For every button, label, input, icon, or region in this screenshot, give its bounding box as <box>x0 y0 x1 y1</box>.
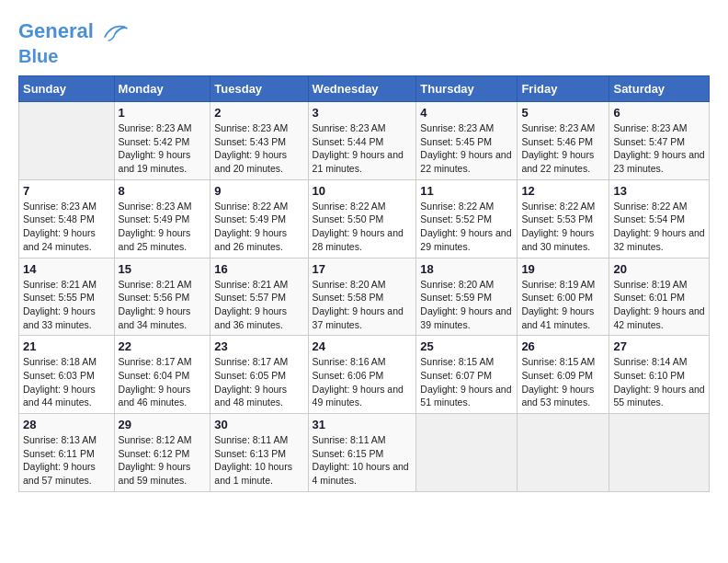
day-info: Sunrise: 8:15 AM Sunset: 6:09 PM Dayligh… <box>521 355 605 409</box>
calendar-cell: 12 Sunrise: 8:22 AM Sunset: 5:53 PM Dayl… <box>518 179 609 258</box>
logo-text: General <box>18 18 129 46</box>
day-info: Sunrise: 8:11 AM Sunset: 6:13 PM Dayligh… <box>214 433 303 488</box>
day-number: 15 <box>119 262 207 276</box>
calendar-week-row: 7 Sunrise: 8:23 AM Sunset: 5:48 PM Dayli… <box>19 179 710 258</box>
day-info: Sunrise: 8:20 AM Sunset: 5:59 PM Dayligh… <box>420 278 513 332</box>
page-header: General Blue <box>18 18 710 66</box>
weekday-header: Saturday <box>609 76 710 102</box>
calendar-cell: 14 Sunrise: 8:21 AM Sunset: 5:55 PM Dayl… <box>19 258 115 336</box>
calendar-cell: 6 Sunrise: 8:23 AM Sunset: 5:47 PM Dayli… <box>609 102 710 180</box>
day-info: Sunrise: 8:11 AM Sunset: 6:15 PM Dayligh… <box>313 433 413 488</box>
day-number: 28 <box>23 418 110 431</box>
weekday-header: Tuesday <box>210 76 308 102</box>
calendar-cell: 10 Sunrise: 8:22 AM Sunset: 5:50 PM Dayl… <box>308 179 416 258</box>
day-number: 12 <box>521 184 605 198</box>
day-info: Sunrise: 8:22 AM Sunset: 5:52 PM Dayligh… <box>420 200 513 254</box>
calendar-cell: 3 Sunrise: 8:23 AM Sunset: 5:44 PM Dayli… <box>308 102 416 180</box>
day-info: Sunrise: 8:14 AM Sunset: 6:10 PM Dayligh… <box>613 355 705 409</box>
day-info: Sunrise: 8:19 AM Sunset: 6:00 PM Dayligh… <box>521 278 605 332</box>
day-info: Sunrise: 8:21 AM Sunset: 5:55 PM Dayligh… <box>23 278 110 332</box>
day-number: 6 <box>613 106 705 120</box>
calendar-cell: 1 Sunrise: 8:23 AM Sunset: 5:42 PM Dayli… <box>114 102 210 180</box>
calendar-week-row: 28 Sunrise: 8:13 AM Sunset: 6:11 PM Dayl… <box>19 414 710 492</box>
logo: General Blue <box>18 18 129 66</box>
day-number: 13 <box>613 184 705 198</box>
day-number: 16 <box>214 262 303 276</box>
day-info: Sunrise: 8:15 AM Sunset: 6:07 PM Dayligh… <box>420 355 513 409</box>
calendar-week-row: 1 Sunrise: 8:23 AM Sunset: 5:42 PM Dayli… <box>19 102 710 180</box>
day-info: Sunrise: 8:23 AM Sunset: 5:44 PM Dayligh… <box>313 121 413 176</box>
calendar-cell <box>609 414 710 492</box>
day-info: Sunrise: 8:23 AM Sunset: 5:46 PM Dayligh… <box>521 121 605 176</box>
day-number: 3 <box>313 106 413 120</box>
day-number: 1 <box>119 106 207 120</box>
calendar-cell <box>518 414 609 492</box>
logo-blue-text: Blue <box>18 46 129 66</box>
calendar-cell: 30 Sunrise: 8:11 AM Sunset: 6:13 PM Dayl… <box>210 414 308 492</box>
calendar-cell: 4 Sunrise: 8:23 AM Sunset: 5:45 PM Dayli… <box>416 102 518 180</box>
calendar-cell: 9 Sunrise: 8:22 AM Sunset: 5:49 PM Dayli… <box>210 179 308 258</box>
day-number: 31 <box>313 418 413 431</box>
calendar-cell: 28 Sunrise: 8:13 AM Sunset: 6:11 PM Dayl… <box>19 414 115 492</box>
day-info: Sunrise: 8:22 AM Sunset: 5:53 PM Dayligh… <box>521 200 605 254</box>
calendar-cell: 26 Sunrise: 8:15 AM Sunset: 6:09 PM Dayl… <box>518 336 609 414</box>
day-info: Sunrise: 8:23 AM Sunset: 5:47 PM Dayligh… <box>613 121 705 176</box>
calendar-cell: 24 Sunrise: 8:16 AM Sunset: 6:06 PM Dayl… <box>308 336 416 414</box>
calendar-cell: 2 Sunrise: 8:23 AM Sunset: 5:43 PM Dayli… <box>210 102 308 180</box>
calendar-table: SundayMondayTuesdayWednesdayThursdayFrid… <box>18 75 710 492</box>
day-number: 11 <box>420 184 513 198</box>
day-info: Sunrise: 8:23 AM Sunset: 5:48 PM Dayligh… <box>23 200 110 254</box>
day-info: Sunrise: 8:23 AM Sunset: 5:42 PM Dayligh… <box>119 121 207 176</box>
day-info: Sunrise: 8:13 AM Sunset: 6:11 PM Dayligh… <box>23 433 110 488</box>
calendar-cell: 8 Sunrise: 8:23 AM Sunset: 5:49 PM Dayli… <box>114 179 210 258</box>
calendar-cell: 19 Sunrise: 8:19 AM Sunset: 6:00 PM Dayl… <box>518 258 609 336</box>
weekday-header: Wednesday <box>308 76 416 102</box>
calendar-cell: 20 Sunrise: 8:19 AM Sunset: 6:01 PM Dayl… <box>609 258 710 336</box>
day-info: Sunrise: 8:20 AM Sunset: 5:58 PM Dayligh… <box>313 278 413 332</box>
day-number: 27 <box>613 339 705 353</box>
day-number: 21 <box>23 339 110 353</box>
day-number: 2 <box>214 106 303 120</box>
calendar-cell <box>416 414 518 492</box>
day-number: 30 <box>214 418 303 431</box>
day-info: Sunrise: 8:12 AM Sunset: 6:12 PM Dayligh… <box>119 433 207 488</box>
day-info: Sunrise: 8:23 AM Sunset: 5:49 PM Dayligh… <box>119 200 207 254</box>
day-number: 19 <box>521 262 605 276</box>
day-number: 18 <box>420 262 513 276</box>
day-info: Sunrise: 8:22 AM Sunset: 5:54 PM Dayligh… <box>613 200 705 254</box>
day-number: 24 <box>313 339 413 353</box>
day-number: 5 <box>521 106 605 120</box>
day-info: Sunrise: 8:18 AM Sunset: 6:03 PM Dayligh… <box>23 355 110 409</box>
day-number: 22 <box>119 339 207 353</box>
day-number: 26 <box>521 339 605 353</box>
day-info: Sunrise: 8:16 AM Sunset: 6:06 PM Dayligh… <box>313 355 413 409</box>
day-info: Sunrise: 8:23 AM Sunset: 5:45 PM Dayligh… <box>420 121 513 176</box>
day-number: 23 <box>214 339 303 353</box>
calendar-cell: 27 Sunrise: 8:14 AM Sunset: 6:10 PM Dayl… <box>609 336 710 414</box>
day-info: Sunrise: 8:22 AM Sunset: 5:50 PM Dayligh… <box>313 200 413 254</box>
calendar-week-row: 21 Sunrise: 8:18 AM Sunset: 6:03 PM Dayl… <box>19 336 710 414</box>
calendar-cell: 18 Sunrise: 8:20 AM Sunset: 5:59 PM Dayl… <box>416 258 518 336</box>
calendar-cell: 25 Sunrise: 8:15 AM Sunset: 6:07 PM Dayl… <box>416 336 518 414</box>
day-info: Sunrise: 8:17 AM Sunset: 6:04 PM Dayligh… <box>119 355 207 409</box>
calendar-cell: 5 Sunrise: 8:23 AM Sunset: 5:46 PM Dayli… <box>518 102 609 180</box>
calendar-cell: 21 Sunrise: 8:18 AM Sunset: 6:03 PM Dayl… <box>19 336 115 414</box>
weekday-header: Thursday <box>416 76 518 102</box>
day-info: Sunrise: 8:23 AM Sunset: 5:43 PM Dayligh… <box>214 121 303 176</box>
day-number: 14 <box>23 262 110 276</box>
day-number: 25 <box>420 339 513 353</box>
day-number: 20 <box>613 262 705 276</box>
day-info: Sunrise: 8:21 AM Sunset: 5:57 PM Dayligh… <box>214 278 303 332</box>
weekday-header-row: SundayMondayTuesdayWednesdayThursdayFrid… <box>19 76 710 102</box>
calendar-cell: 23 Sunrise: 8:17 AM Sunset: 6:05 PM Dayl… <box>210 336 308 414</box>
calendar-cell: 31 Sunrise: 8:11 AM Sunset: 6:15 PM Dayl… <box>308 414 416 492</box>
calendar-cell: 11 Sunrise: 8:22 AM Sunset: 5:52 PM Dayl… <box>416 179 518 258</box>
day-number: 9 <box>214 184 303 198</box>
calendar-cell: 13 Sunrise: 8:22 AM Sunset: 5:54 PM Dayl… <box>609 179 710 258</box>
day-number: 7 <box>23 184 110 198</box>
calendar-cell: 15 Sunrise: 8:21 AM Sunset: 5:56 PM Dayl… <box>114 258 210 336</box>
weekday-header: Friday <box>518 76 609 102</box>
day-number: 10 <box>313 184 413 198</box>
day-info: Sunrise: 8:19 AM Sunset: 6:01 PM Dayligh… <box>613 278 705 332</box>
calendar-cell: 7 Sunrise: 8:23 AM Sunset: 5:48 PM Dayli… <box>19 179 115 258</box>
